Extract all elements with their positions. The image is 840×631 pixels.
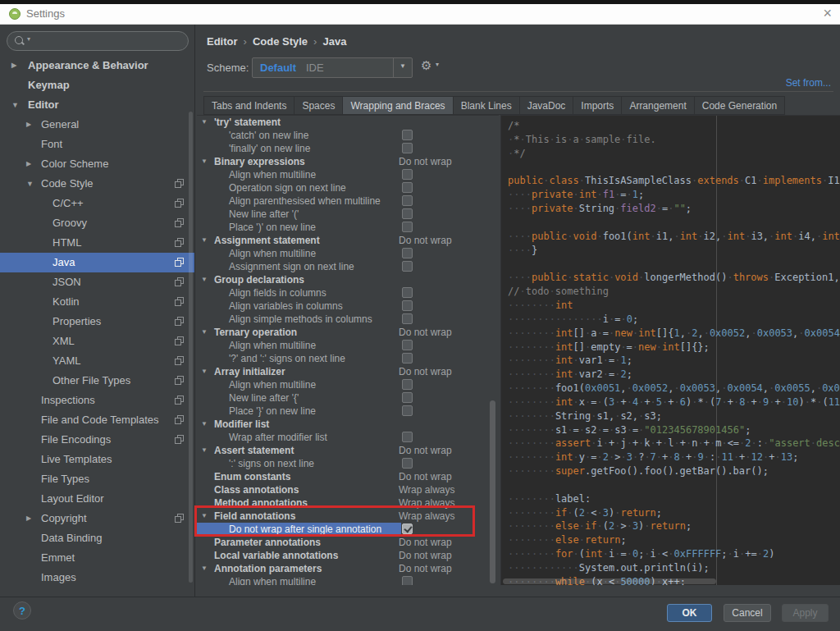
breadcrumb-segment[interactable]: Java [322,35,346,48]
settings-row[interactable]: Method annotationsWrap always [197,496,499,510]
settings-row[interactable]: 'catch' on new line [197,129,499,142]
sidebar-item-java[interactable]: Java [0,253,195,272]
checkbox[interactable] [402,379,413,390]
settings-row[interactable]: ▼'try' statement [197,116,499,129]
settings-row[interactable]: ▼Binary expressionsDo not wrap [197,155,499,168]
sidebar-item-general[interactable]: ▶General [0,115,195,135]
settings-row[interactable]: Do not wrap after single annotation [197,523,499,536]
settings-row[interactable]: ▼Assert statementDo not wrap [197,444,499,457]
chevron-down-icon[interactable]: ▼ [201,236,208,244]
tab-arrangement[interactable]: Arrangement [622,96,694,115]
code-preview-panel[interactable]: /*·*·This·is·a·sample·file.·*/ public·cl… [500,115,840,585]
settings-row[interactable]: Align when multiline [197,339,499,352]
sidebar-item-layout-editor[interactable]: Layout Editor [0,489,195,509]
chevron-down-icon[interactable]: ▼ [201,565,208,572]
checkbox[interactable] [402,169,413,180]
checkbox[interactable] [402,182,413,193]
settings-row[interactable]: New line after '(' [197,208,499,221]
tab-blank-lines[interactable]: Blank Lines [454,96,520,115]
sidebar-item-copyright[interactable]: ▶Copyright [0,509,195,528]
sidebar-item-xml[interactable]: XML [0,332,195,351]
sidebar-item-kotlin[interactable]: Kotlin [0,292,195,312]
sidebar-item-file-encodings[interactable]: File Encodings [0,430,195,450]
gear-icon[interactable]: ⚙ [421,58,431,73]
settings-row[interactable]: ▼Modifier list [197,418,499,431]
settings-row[interactable]: ':' signs on next line [197,457,499,470]
sidebar-item-font[interactable]: Font [0,135,195,154]
settings-row[interactable]: '?' and ':' signs on next line [197,352,499,365]
wrapping-settings-panel[interactable]: ▼'try' statement'catch' on new line'fina… [197,115,499,585]
checkbox[interactable] [402,248,413,258]
sidebar-item-live-templates[interactable]: Live Templates [0,450,195,469]
sidebar-item-groovy[interactable]: Groovy [0,213,195,233]
checkbox[interactable] [402,576,413,585]
wrap-value[interactable]: Do not wrap [399,537,452,548]
chevron-down-icon[interactable]: ▼ [201,446,208,454]
settings-row[interactable]: Align parenthesised when multiline [197,194,499,208]
settings-row[interactable]: ▼Field annotationsWrap always [197,510,499,523]
sidebar-item-yaml[interactable]: YAML [0,351,195,371]
sidebar-item-keymap[interactable]: Keymap [0,75,195,95]
sidebar-item-properties[interactable]: Properties [0,312,195,332]
sidebar-scrollbar[interactable] [189,112,193,583]
sidebar-item-data-binding[interactable]: Data Binding [0,528,195,548]
sidebar-item-inspections[interactable]: Inspections [0,391,195,410]
checkbox[interactable] [402,524,413,534]
breadcrumb-segment[interactable]: Code Style [253,35,308,48]
sidebar-item-editor[interactable]: ▼Editor [0,95,195,115]
chevron-down-icon[interactable]: ▼ [201,328,208,336]
sidebar-item-c-c-[interactable]: C/C++ [0,194,195,213]
settings-row[interactable]: Class annotationsWrap always [197,483,499,496]
checkbox[interactable] [402,208,413,219]
checkbox[interactable] [402,222,413,232]
settings-row[interactable]: Parameter annotationsDo not wrap [197,536,499,549]
checkbox[interactable] [402,300,413,311]
set-from-link[interactable]: Set from... [786,77,831,89]
apply-button[interactable]: Apply [782,604,829,622]
sidebar-item-other-file-types[interactable]: Other File Types [0,371,195,391]
wrap-value[interactable]: Do not wrap [399,550,452,561]
checkbox[interactable] [402,432,413,442]
settings-row[interactable]: ▼Group declarations [197,273,499,286]
sidebar-item-code-style[interactable]: ▼Code Style [0,174,195,194]
search-input[interactable]: ▾ [7,31,189,51]
settings-row[interactable]: New line after '{' [197,391,499,405]
checkbox[interactable] [402,405,413,416]
settings-row[interactable]: Align when multiline [197,247,499,260]
wrap-value[interactable]: Wrap always [399,484,454,496]
sidebar-item-emmet[interactable]: Emmet [0,548,195,568]
settings-scrollbar[interactable] [490,400,495,583]
wrap-value[interactable]: Do not wrap [399,327,452,338]
settings-row[interactable]: ▼Array initializerDo not wrap [197,365,499,378]
chevron-down-icon[interactable]: ▼ [201,368,208,375]
settings-row[interactable]: 'finally' on new line [197,142,499,155]
wrap-value[interactable]: Do not wrap [399,156,452,167]
settings-row[interactable]: Align simple methods in columns [197,313,499,326]
ok-button[interactable]: OK [667,604,712,622]
settings-row[interactable]: Align when multiline [197,168,499,181]
settings-row[interactable]: Align when multiline [197,575,499,585]
sidebar-item-file-and-code-templates[interactable]: File and Code Templates [0,410,195,430]
wrap-value[interactable]: Wrap always [399,497,454,509]
sidebar-item-color-scheme[interactable]: ▶Color Scheme [0,154,195,174]
help-button[interactable]: ? [13,601,31,620]
wrap-value[interactable]: Do not wrap [399,471,452,482]
wrap-value[interactable]: Do not wrap [399,366,452,377]
scheme-dropdown-arrow[interactable]: ▼ [393,58,412,77]
checkbox[interactable] [402,261,413,272]
chevron-down-icon[interactable]: ▼ [201,512,208,519]
chevron-down-icon[interactable]: ▼ [201,420,208,428]
wrap-value[interactable]: Do not wrap [399,445,452,456]
chevron-down-icon[interactable]: ▼ [201,276,208,283]
checkbox[interactable] [402,353,413,364]
sidebar-item-appearance-behavior[interactable]: ▶Appearance & Behavior [0,56,195,75]
tab-spaces[interactable]: Spaces [294,96,343,115]
checkbox[interactable] [402,458,413,469]
checkbox[interactable] [402,313,413,324]
wrap-value[interactable]: Do not wrap [399,235,452,246]
tab-tabs-and-indents[interactable]: Tabs and Indents [203,96,294,115]
settings-row[interactable]: ▼Assignment statementDo not wrap [197,234,499,247]
checkbox[interactable] [402,195,413,206]
scheme-dropdown[interactable]: Default IDE ▼ [252,57,413,78]
chevron-down-icon[interactable]: ▼ [201,158,208,165]
